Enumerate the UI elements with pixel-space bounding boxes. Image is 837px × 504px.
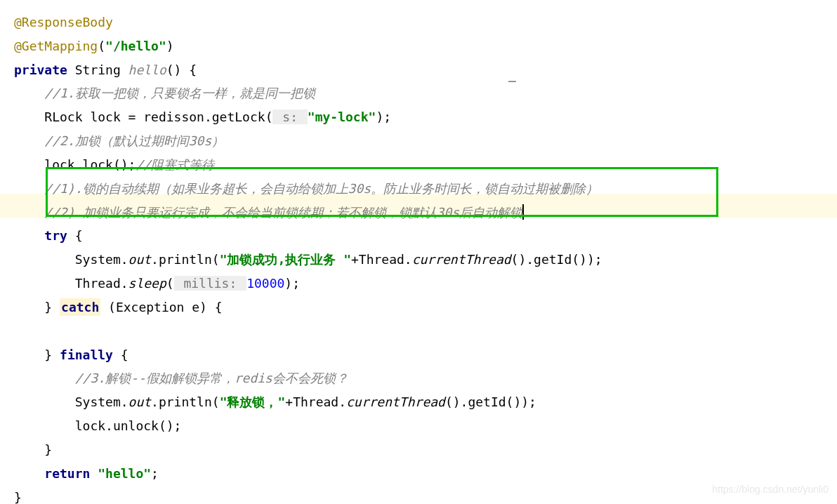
comment: //阻塞式等待 bbox=[136, 157, 214, 172]
comment: //3.解锁--假如解锁异常，redis会不会死锁？ bbox=[75, 371, 348, 385]
code-text: ); bbox=[284, 276, 300, 291]
code-line bbox=[14, 319, 823, 343]
watermark: https://blog.csdn.net/yunli0 bbox=[712, 480, 829, 498]
comment: //2).加锁业务只要运行完成，不会给当前锁续期；若不解锁，锁默认30s后自动解… bbox=[44, 205, 522, 220]
code-line: //2).加锁业务只要运行完成，不会给当前锁续期；若不解锁，锁默认30s后自动解… bbox=[14, 201, 823, 225]
method-currentthread: currentThread bbox=[412, 252, 511, 267]
code-line: @GetMapping("/hello") bbox=[14, 34, 823, 58]
paren: ( bbox=[166, 276, 174, 291]
code-line: return "hello"; bbox=[14, 462, 823, 486]
comment: //2.加锁（默认过期时间30s） bbox=[44, 133, 224, 148]
code-line: @ResponseBody bbox=[14, 11, 823, 34]
code-text: lock.unlock(); bbox=[75, 418, 182, 433]
method-sleep: sleep bbox=[128, 276, 166, 291]
code-text: RLock lock = redisson.getLock( bbox=[44, 110, 272, 124]
text-cursor bbox=[522, 204, 524, 220]
string-literal: "/hello" bbox=[105, 39, 166, 53]
code-line: RLock lock = redisson.getLock( s: "my-lo… bbox=[14, 105, 823, 129]
brace: } bbox=[44, 300, 52, 314]
semicolon: ; bbox=[151, 466, 159, 481]
code-editor[interactable]: @ResponseBody @GetMapping("/hello") priv… bbox=[14, 11, 823, 504]
code-text: .println( bbox=[151, 394, 220, 409]
code-line: System.out.println("释放锁，"+Thread.current… bbox=[14, 390, 823, 414]
keyword-private: private bbox=[14, 62, 67, 77]
code-line: } finally { bbox=[14, 343, 823, 367]
code-text: +Thread. bbox=[285, 394, 346, 409]
code-text: ); bbox=[376, 110, 391, 124]
code-text: Thread. bbox=[75, 276, 128, 291]
comment: //1.获取一把锁，只要锁名一样，就是同一把锁 bbox=[44, 86, 315, 100]
code-line: //2.加锁（默认过期时间30s） bbox=[14, 129, 823, 153]
string-literal: "加锁成功,执行业务 " bbox=[220, 252, 351, 267]
comment: //1).锁的自动续期（如果业务超长，会自动给锁加上30s。防止业务时间长，锁自… bbox=[44, 181, 598, 196]
code-text: System. bbox=[75, 394, 128, 409]
brace: } bbox=[44, 442, 52, 457]
code-line: //1.获取一把锁，只要锁名一样，就是同一把锁 bbox=[14, 81, 823, 105]
number-literal: 10000 bbox=[246, 276, 284, 291]
paren: ( bbox=[98, 39, 105, 53]
string-literal: "my-lock" bbox=[308, 110, 376, 124]
code-line: lock.unlock(); bbox=[14, 414, 823, 438]
code-line: System.out.println("加锁成功,执行业务 "+Thread.c… bbox=[14, 248, 823, 272]
brace: { bbox=[67, 228, 83, 243]
folding-mark: _ bbox=[508, 63, 516, 87]
keyword-return: return bbox=[44, 466, 90, 481]
type-string: String bbox=[75, 62, 121, 77]
keyword-catch: catch bbox=[60, 298, 100, 316]
code-line: Thread.sleep( millis: 10000); bbox=[14, 272, 823, 296]
code-line: } bbox=[14, 438, 823, 462]
code-text: System. bbox=[75, 252, 128, 267]
code-line: } bbox=[14, 486, 823, 504]
paren: ) bbox=[166, 39, 174, 53]
code-text: ().getId()); bbox=[511, 252, 602, 267]
keyword-try: try bbox=[44, 228, 67, 243]
code-line: //3.解锁--假如解锁异常，redis会不会死锁？ bbox=[14, 366, 823, 390]
code-line: lock.lock();//阻塞式等待 bbox=[14, 153, 823, 177]
code-text: +Thread. bbox=[351, 252, 412, 267]
field-out: out bbox=[128, 394, 152, 409]
method-name: hello bbox=[128, 62, 166, 77]
brace: { bbox=[113, 347, 128, 362]
code-text: (Exception e) { bbox=[100, 300, 222, 314]
method-signature-end: () { bbox=[166, 62, 197, 77]
code-line: try { bbox=[14, 224, 823, 248]
code-line: //1).锁的自动续期（如果业务超长，会自动给锁加上30s。防止业务时间长，锁自… bbox=[14, 177, 823, 201]
param-hint: millis: bbox=[174, 276, 247, 291]
code-text: lock.lock(); bbox=[44, 157, 136, 172]
annotation-responsebody: @ResponseBody bbox=[14, 15, 113, 29]
string-literal: "释放锁，" bbox=[220, 394, 286, 409]
code-line: private String hello() { bbox=[14, 58, 823, 82]
code-line: } catch (Exception e) { bbox=[14, 296, 823, 319]
brace: } bbox=[14, 490, 22, 504]
code-text: .println( bbox=[151, 252, 220, 267]
string-literal: "hello" bbox=[98, 466, 151, 481]
method-currentthread: currentThread bbox=[346, 394, 445, 409]
keyword-finally: finally bbox=[60, 347, 113, 362]
annotation-getmapping: @GetMapping bbox=[14, 39, 98, 53]
code-text: ().getId()); bbox=[445, 394, 536, 409]
param-hint: s: bbox=[272, 110, 307, 124]
field-out: out bbox=[128, 252, 152, 267]
brace: } bbox=[44, 347, 52, 362]
